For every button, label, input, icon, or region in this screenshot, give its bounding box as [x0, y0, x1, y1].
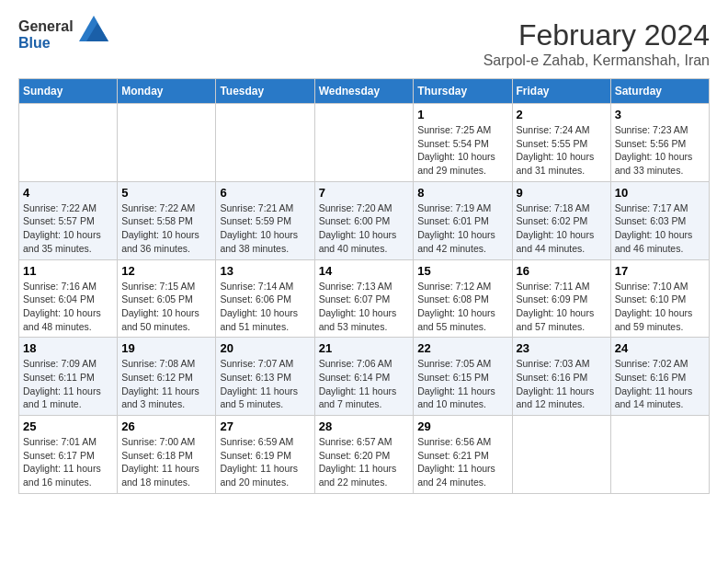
day-number: 11: [23, 264, 113, 278]
day-number: 14: [319, 264, 410, 278]
calendar-cell: 22Sunrise: 7:05 AM Sunset: 6:15 PM Dayli…: [414, 338, 512, 416]
logo: General Blue: [18, 18, 108, 52]
calendar-cell: 9Sunrise: 7:18 AM Sunset: 6:02 PM Daylig…: [512, 181, 610, 259]
logo-icon: [79, 16, 108, 45]
day-number: 29: [417, 419, 507, 433]
day-header-thursday: Thursday: [414, 79, 512, 104]
day-number: 22: [417, 341, 507, 355]
day-info: Sunrise: 7:21 AM Sunset: 5:59 PM Dayligh…: [220, 201, 310, 256]
day-info: Sunrise: 7:16 AM Sunset: 6:04 PM Dayligh…: [23, 280, 113, 334]
day-info: Sunrise: 7:08 AM Sunset: 6:12 PM Dayligh…: [121, 357, 211, 411]
week-row-2: 4Sunrise: 7:22 AM Sunset: 5:57 PM Daylig…: [19, 181, 710, 259]
day-number: 21: [319, 341, 410, 355]
day-number: 3: [615, 108, 705, 121]
week-row-5: 25Sunrise: 7:01 AM Sunset: 6:17 PM Dayli…: [19, 416, 710, 494]
week-row-1: 1Sunrise: 7:25 AM Sunset: 5:54 PM Daylig…: [19, 104, 710, 182]
day-number: 8: [417, 186, 507, 200]
day-info: Sunrise: 7:11 AM Sunset: 6:09 PM Dayligh…: [517, 280, 607, 334]
day-number: 23: [517, 341, 607, 355]
calendar-cell: 11Sunrise: 7:16 AM Sunset: 6:04 PM Dayli…: [19, 259, 118, 338]
calendar-cell: 7Sunrise: 7:20 AM Sunset: 6:00 PM Daylig…: [314, 181, 414, 259]
calendar-header: SundayMondayTuesdayWednesdayThursdayFrid…: [19, 79, 710, 104]
week-row-4: 18Sunrise: 7:09 AM Sunset: 6:11 PM Dayli…: [19, 338, 710, 416]
calendar-table: SundayMondayTuesdayWednesdayThursdayFrid…: [18, 78, 710, 494]
day-number: 6: [220, 186, 310, 200]
calendar-cell: [610, 416, 709, 494]
day-number: 26: [121, 419, 211, 433]
calendar-cell: 4Sunrise: 7:22 AM Sunset: 5:57 PM Daylig…: [19, 181, 118, 259]
day-info: Sunrise: 7:00 AM Sunset: 6:18 PM Dayligh…: [121, 435, 211, 489]
calendar-cell: 17Sunrise: 7:10 AM Sunset: 6:10 PM Dayli…: [610, 259, 709, 338]
week-row-3: 11Sunrise: 7:16 AM Sunset: 6:04 PM Dayli…: [19, 259, 710, 338]
calendar-cell: [118, 104, 216, 182]
day-number: 10: [615, 186, 705, 200]
calendar-body: 1Sunrise: 7:25 AM Sunset: 5:54 PM Daylig…: [19, 104, 710, 494]
day-header-sunday: Sunday: [19, 79, 118, 104]
main-title: February 2024: [483, 18, 710, 52]
day-number: 1: [417, 108, 507, 121]
calendar-cell: 8Sunrise: 7:19 AM Sunset: 6:01 PM Daylig…: [414, 181, 512, 259]
logo-text: General Blue: [18, 18, 74, 52]
day-info: Sunrise: 7:22 AM Sunset: 5:58 PM Dayligh…: [121, 201, 211, 256]
calendar-cell: 16Sunrise: 7:11 AM Sunset: 6:09 PM Dayli…: [512, 259, 610, 338]
calendar-cell: 21Sunrise: 7:06 AM Sunset: 6:14 PM Dayli…: [314, 338, 414, 416]
day-info: Sunrise: 7:12 AM Sunset: 6:08 PM Dayligh…: [417, 280, 507, 334]
day-number: 28: [319, 419, 410, 433]
day-number: 13: [220, 264, 310, 278]
day-info: Sunrise: 7:19 AM Sunset: 6:01 PM Dayligh…: [417, 201, 507, 256]
calendar-cell: 14Sunrise: 7:13 AM Sunset: 6:07 PM Dayli…: [314, 259, 414, 338]
day-header-saturday: Saturday: [610, 79, 709, 104]
day-number: 9: [517, 186, 607, 200]
calendar-cell: 23Sunrise: 7:03 AM Sunset: 6:16 PM Dayli…: [512, 338, 610, 416]
day-number: 24: [615, 341, 705, 355]
day-info: Sunrise: 7:05 AM Sunset: 6:15 PM Dayligh…: [417, 357, 507, 411]
day-info: Sunrise: 6:59 AM Sunset: 6:19 PM Dayligh…: [220, 435, 310, 489]
day-info: Sunrise: 7:22 AM Sunset: 5:57 PM Dayligh…: [23, 201, 113, 256]
calendar-cell: 2Sunrise: 7:24 AM Sunset: 5:55 PM Daylig…: [512, 104, 610, 182]
day-info: Sunrise: 7:23 AM Sunset: 5:56 PM Dayligh…: [615, 123, 705, 178]
day-number: 25: [23, 419, 113, 433]
calendar-cell: 28Sunrise: 6:57 AM Sunset: 6:20 PM Dayli…: [314, 416, 414, 494]
day-info: Sunrise: 7:06 AM Sunset: 6:14 PM Dayligh…: [319, 357, 410, 411]
day-info: Sunrise: 7:14 AM Sunset: 6:06 PM Dayligh…: [220, 280, 310, 334]
subtitle: Sarpol-e Zahab, Kermanshah, Iran: [483, 52, 710, 69]
day-number: 16: [517, 264, 607, 278]
header-row: SundayMondayTuesdayWednesdayThursdayFrid…: [19, 79, 710, 104]
day-header-wednesday: Wednesday: [314, 79, 414, 104]
day-number: 17: [615, 264, 705, 278]
day-info: Sunrise: 7:25 AM Sunset: 5:54 PM Dayligh…: [417, 123, 507, 178]
calendar-cell: 20Sunrise: 7:07 AM Sunset: 6:13 PM Dayli…: [216, 338, 314, 416]
calendar-cell: 29Sunrise: 6:56 AM Sunset: 6:21 PM Dayli…: [414, 416, 512, 494]
calendar-cell: 15Sunrise: 7:12 AM Sunset: 6:08 PM Dayli…: [414, 259, 512, 338]
day-info: Sunrise: 7:15 AM Sunset: 6:05 PM Dayligh…: [121, 280, 211, 334]
day-info: Sunrise: 7:18 AM Sunset: 6:02 PM Dayligh…: [517, 201, 607, 256]
day-number: 5: [121, 186, 211, 200]
logo-line1: General: [18, 18, 74, 34]
calendar-cell: 27Sunrise: 6:59 AM Sunset: 6:19 PM Dayli…: [216, 416, 314, 494]
calendar-cell: 6Sunrise: 7:21 AM Sunset: 5:59 PM Daylig…: [216, 181, 314, 259]
calendar-cell: 25Sunrise: 7:01 AM Sunset: 6:17 PM Dayli…: [19, 416, 118, 494]
calendar-cell: [216, 104, 314, 182]
day-info: Sunrise: 7:13 AM Sunset: 6:07 PM Dayligh…: [319, 280, 410, 334]
day-info: Sunrise: 7:02 AM Sunset: 6:16 PM Dayligh…: [615, 357, 705, 411]
logo-container: General Blue: [18, 18, 108, 52]
day-header-friday: Friday: [512, 79, 610, 104]
calendar-cell: 13Sunrise: 7:14 AM Sunset: 6:06 PM Dayli…: [216, 259, 314, 338]
calendar-cell: 24Sunrise: 7:02 AM Sunset: 6:16 PM Dayli…: [610, 338, 709, 416]
day-info: Sunrise: 7:17 AM Sunset: 6:03 PM Dayligh…: [615, 201, 705, 256]
calendar-cell: 1Sunrise: 7:25 AM Sunset: 5:54 PM Daylig…: [414, 104, 512, 182]
calendar-cell: 5Sunrise: 7:22 AM Sunset: 5:58 PM Daylig…: [118, 181, 216, 259]
calendar-cell: 12Sunrise: 7:15 AM Sunset: 6:05 PM Dayli…: [118, 259, 216, 338]
day-number: 19: [121, 341, 211, 355]
day-info: Sunrise: 7:09 AM Sunset: 6:11 PM Dayligh…: [23, 357, 113, 411]
day-number: 18: [23, 341, 113, 355]
calendar-cell: 26Sunrise: 7:00 AM Sunset: 6:18 PM Dayli…: [118, 416, 216, 494]
day-number: 4: [23, 186, 113, 200]
day-header-tuesday: Tuesday: [216, 79, 314, 104]
day-info: Sunrise: 7:07 AM Sunset: 6:13 PM Dayligh…: [220, 357, 310, 411]
day-info: Sunrise: 7:01 AM Sunset: 6:17 PM Dayligh…: [23, 435, 113, 489]
page-header: General Blue February 2024 Sarpol-e Zaha…: [18, 18, 710, 69]
day-info: Sunrise: 7:20 AM Sunset: 6:00 PM Dayligh…: [319, 201, 410, 256]
day-header-monday: Monday: [118, 79, 216, 104]
calendar-cell: 10Sunrise: 7:17 AM Sunset: 6:03 PM Dayli…: [610, 181, 709, 259]
